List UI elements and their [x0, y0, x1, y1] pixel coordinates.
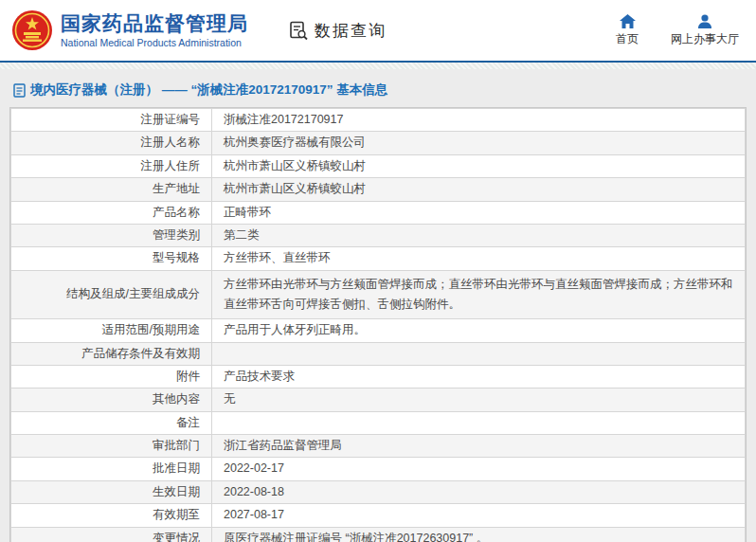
agency-title: 国家药品监督管理局	[61, 12, 248, 35]
row-label: 注册人名称	[11, 132, 212, 154]
row-label: 适用范围/预期用途	[11, 319, 212, 342]
row-value: 浙江省药品监督管理局	[212, 435, 746, 458]
row-value: 原医疗器械注册证编号 “浙械注准20172630917” 。	[212, 527, 746, 542]
nav-online-hall[interactable]: 网上办事大厅	[671, 14, 739, 47]
row-label: 生效日期	[11, 480, 212, 503]
nav-online-hall-label: 网上办事大厅	[671, 31, 739, 47]
table-row: 批准日期2022-02-17	[11, 458, 746, 480]
row-value: 杭州市萧山区义桥镇蛟山村	[212, 154, 746, 177]
table-row: 审批部门浙江省药品监督管理局	[11, 435, 746, 458]
row-label: 产品名称	[11, 201, 212, 224]
table-row: 管理类别第二类	[11, 224, 746, 246]
nav-home[interactable]: 首页	[616, 14, 639, 47]
row-label: 型号规格	[11, 247, 212, 270]
row-label: 其他内容	[11, 388, 212, 411]
document-icon	[13, 83, 26, 98]
nav-home-label: 首页	[616, 31, 639, 47]
user-icon	[697, 14, 712, 28]
home-icon	[620, 14, 636, 28]
row-label: 结构及组成/主要组成成分	[11, 270, 212, 319]
table-row: 适用范围/预期用途产品用于人体牙列正畸用。	[11, 319, 746, 342]
row-value: 无	[212, 388, 746, 411]
row-value	[212, 342, 746, 365]
row-label: 产品储存条件及有效期	[11, 342, 212, 365]
data-query-nav[interactable]: 数据查询	[288, 20, 387, 42]
row-label: 变更情况	[11, 527, 212, 542]
agency-brand: 国家药品监督管理局 National Medical Products Admi…	[11, 9, 248, 51]
table-row: 注册人住所杭州市萧山区义桥镇蛟山村	[11, 154, 746, 177]
row-value: 产品用于人体牙列正畸用。	[212, 319, 746, 342]
row-value: 方丝带环、直丝带环	[212, 247, 746, 270]
row-label: 注册人住所	[11, 154, 212, 177]
row-value: 杭州市萧山区义桥镇蛟山村	[212, 178, 746, 201]
table-row: 注册人名称杭州奥赛医疗器械有限公司	[11, 132, 746, 154]
row-value	[212, 411, 746, 434]
table-row: 附件产品技术要求	[11, 365, 746, 388]
page-header: 国家药品监督管理局 National Medical Products Admi…	[0, 0, 756, 63]
table-row: 生产地址杭州市萧山区义桥镇蛟山村	[11, 178, 746, 201]
row-value: 杭州奥赛医疗器械有限公司	[212, 132, 746, 154]
breadcrumb: 境内医疗器械（注册） —— “浙械注准20172170917” 基本信息	[0, 69, 756, 107]
data-query-label: 数据查询	[315, 20, 387, 42]
row-label: 审批部门	[11, 435, 212, 458]
table-row: 有效期至2027-08-17	[11, 504, 746, 527]
table-row: 注册证编号浙械注准20172170917	[11, 109, 746, 132]
row-label: 批准日期	[11, 458, 212, 480]
registration-info-table: 注册证编号浙械注准20172170917 注册人名称杭州奥赛医疗器械有限公司 注…	[9, 107, 747, 542]
row-value: 正畸带环	[212, 201, 746, 224]
agency-subtitle: National Medical Products Administration	[61, 37, 248, 48]
table-row: 变更情况原医疗器械注册证编号 “浙械注准20172630917” 。	[11, 527, 746, 542]
row-label: 备注	[11, 411, 212, 434]
row-label: 管理类别	[11, 224, 212, 246]
row-value: 2022-08-18	[212, 480, 746, 503]
table-row: 型号规格方丝带环、直丝带环	[11, 247, 746, 270]
row-label: 生产地址	[11, 178, 212, 201]
row-value: 第二类	[212, 224, 746, 246]
table-row: 结构及组成/主要组成成分方丝带环由光带环与方丝颊面管焊接而成；直丝带环由光带环与…	[11, 270, 746, 319]
row-value: 2027-08-17	[212, 504, 746, 527]
table-row: 其他内容无	[11, 388, 746, 411]
row-label: 注册证编号	[11, 109, 212, 132]
row-value: 2022-02-17	[212, 458, 746, 480]
table-row: 产品名称正畸带环	[11, 201, 746, 224]
data-query-icon	[288, 20, 309, 41]
table-row: 产品储存条件及有效期	[11, 342, 746, 365]
row-value: 产品技术要求	[212, 365, 746, 388]
page-title: 境内医疗器械（注册） —— “浙械注准20172170917” 基本信息	[30, 81, 387, 99]
row-label: 附件	[11, 365, 212, 388]
row-label: 有效期至	[11, 504, 212, 527]
header-divider-texture	[0, 63, 756, 69]
row-value: 方丝带环由光带环与方丝颊面管焊接而成；直丝带环由光带环与直丝颊面管焊接而成；方丝…	[212, 270, 746, 319]
row-value: 浙械注准20172170917	[212, 109, 746, 132]
table-row: 备注	[11, 411, 746, 434]
national-emblem-icon	[11, 9, 53, 51]
table-row: 生效日期2022-08-18	[11, 480, 746, 503]
